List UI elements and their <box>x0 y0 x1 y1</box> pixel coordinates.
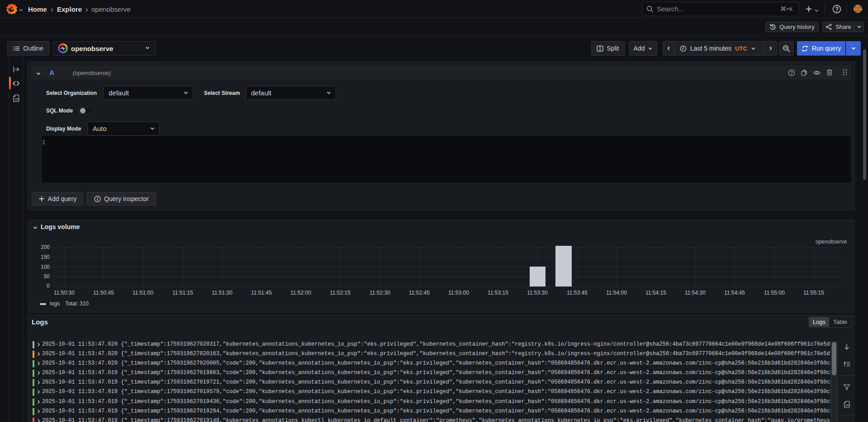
svg-text:LOG: LOG <box>844 403 850 407</box>
svg-text:LOG: LOG <box>13 98 19 101</box>
